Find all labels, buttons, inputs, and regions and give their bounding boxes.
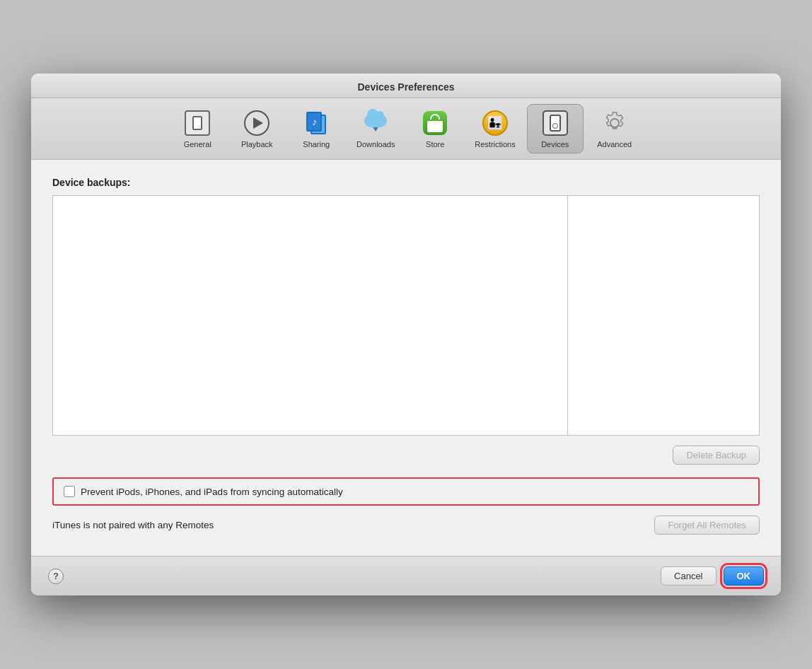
toolbar: General Playback ♪ Sharing: [31, 98, 781, 160]
tab-downloads-label: Downloads: [356, 140, 395, 149]
remotes-row: iTunes is not paired with any Remotes Fo…: [52, 516, 760, 535]
playback-icon: [243, 109, 271, 137]
restrictions-icon: 👨‍👧: [481, 109, 509, 137]
delete-backup-button[interactable]: Delete Backup: [673, 446, 760, 465]
cancel-button[interactable]: Cancel: [661, 566, 716, 586]
prevent-sync-checkbox[interactable]: [64, 486, 75, 497]
tab-advanced[interactable]: Advanced: [586, 105, 643, 153]
ok-button[interactable]: OK: [724, 566, 765, 586]
prevent-sync-label: Prevent iPods, iPhones, and iPads from s…: [81, 487, 343, 497]
backup-table: [52, 195, 760, 436]
delete-backup-row: Delete Backup: [52, 446, 760, 465]
section-label: Device backups:: [52, 177, 760, 188]
footer-buttons: Cancel OK: [661, 566, 764, 586]
backup-list-side: [568, 196, 759, 435]
devices-icon: [541, 109, 569, 137]
tab-restrictions-label: Restrictions: [475, 140, 515, 149]
store-icon: [421, 109, 449, 137]
preferences-window: Devices Preferences General Playback: [31, 74, 781, 595]
content-area: Device backups: Delete Backup Prevent iP…: [31, 160, 781, 556]
tab-store-label: Store: [426, 140, 444, 149]
sharing-icon: ♪: [302, 109, 330, 137]
remotes-status-text: iTunes is not paired with any Remotes: [52, 520, 214, 530]
general-icon: [183, 109, 211, 137]
tab-sharing-label: Sharing: [303, 140, 330, 149]
tab-sharing[interactable]: ♪ Sharing: [288, 105, 344, 153]
footer: ? Cancel OK: [31, 556, 781, 595]
tab-playback[interactable]: Playback: [228, 105, 285, 153]
tab-store[interactable]: Store: [407, 105, 463, 153]
title-bar: Devices Preferences: [31, 74, 781, 98]
tab-devices-label: Devices: [541, 140, 569, 149]
tab-general[interactable]: General: [169, 105, 226, 153]
tab-downloads[interactable]: Downloads: [347, 105, 404, 153]
prevent-sync-row: Prevent iPods, iPhones, and iPads from s…: [52, 477, 760, 506]
tab-general-label: General: [184, 140, 211, 149]
downloads-icon: [361, 109, 390, 137]
forget-remotes-button[interactable]: Forget All Remotes: [654, 516, 760, 535]
gear-svg-icon: [602, 110, 627, 136]
tab-advanced-label: Advanced: [597, 140, 632, 149]
tab-devices[interactable]: Devices: [527, 104, 584, 153]
advanced-icon: [601, 109, 629, 137]
backup-list-main: [53, 196, 568, 435]
tab-restrictions[interactable]: 👨‍👧 Restrictions: [466, 105, 523, 153]
help-button[interactable]: ?: [48, 569, 64, 584]
tab-playback-label: Playback: [241, 140, 273, 149]
window-title: Devices Preferences: [358, 81, 455, 93]
